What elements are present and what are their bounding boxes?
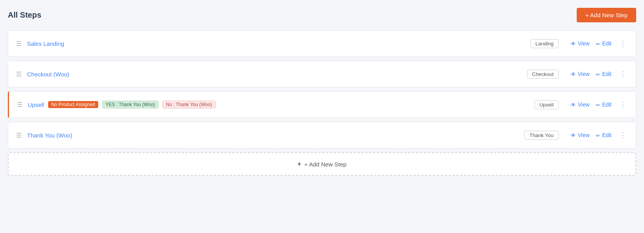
step-badge-step-3: Upsell — [534, 100, 559, 109]
more-options-button-step-1[interactable] — [618, 38, 628, 49]
page-title: All Steps — [8, 11, 41, 20]
drag-handle-icon[interactable] — [16, 132, 22, 139]
view-label: View — [578, 40, 590, 47]
edit-button-step-2[interactable]: Edit — [596, 71, 612, 78]
edit-button-step-3[interactable]: Edit — [596, 101, 612, 108]
view-button-step-3[interactable]: View — [570, 101, 590, 108]
step-name-step-1[interactable]: Sales Landing — [27, 40, 531, 47]
drag-handle-icon[interactable] — [16, 40, 22, 47]
step-row-step-4: Thank You (Woo) Thank You View Edit — [8, 122, 636, 148]
edit-icon — [596, 101, 600, 108]
step-actions-step-2: View Edit — [570, 69, 628, 79]
eye-icon — [570, 101, 576, 108]
eye-icon — [570, 40, 576, 47]
drag-handle-icon[interactable] — [16, 70, 22, 78]
view-button-step-4[interactable]: View — [570, 132, 590, 139]
add-step-bottom-label: + Add New Step — [304, 161, 347, 168]
edit-label: Edit — [602, 40, 612, 47]
view-button-step-2[interactable]: View — [570, 71, 590, 78]
view-label: View — [578, 71, 590, 77]
edit-label: Edit — [602, 101, 612, 108]
plus-icon — [297, 161, 301, 168]
step-row-step-2: Checkout (Woo) Checkout View Edit — [8, 61, 636, 87]
step-actions-step-1: View Edit — [570, 38, 628, 49]
steps-list: Sales Landing Landing View Edit Checkout… — [8, 30, 636, 148]
add-new-step-button-bottom[interactable]: + Add New Step — [8, 152, 636, 176]
step-tag: YES : Thank You (Woo) — [102, 101, 158, 108]
view-button-step-1[interactable]: View — [570, 40, 590, 47]
edit-icon — [596, 40, 600, 47]
more-options-button-step-3[interactable] — [618, 99, 628, 110]
edit-icon — [596, 132, 600, 139]
step-actions-step-4: View Edit — [570, 130, 628, 140]
step-badge-step-2: Checkout — [527, 70, 559, 79]
edit-button-step-4[interactable]: Edit — [596, 132, 612, 139]
step-actions-step-3: View Edit — [570, 99, 628, 110]
step-row-step-1: Sales Landing Landing View Edit — [8, 30, 636, 57]
edit-label: Edit — [602, 71, 612, 77]
eye-icon — [570, 132, 576, 139]
step-badge-step-4: Thank You — [524, 131, 558, 140]
drag-handle-icon[interactable] — [17, 101, 22, 108]
step-name-step-4[interactable]: Thank You (Woo) — [27, 132, 524, 139]
step-name-step-3[interactable]: Upsell No Product AssignedYES : Thank Yo… — [28, 101, 534, 108]
edit-label: Edit — [602, 132, 612, 138]
step-badge-step-1: Landing — [531, 39, 559, 48]
edit-button-step-1[interactable]: Edit — [596, 40, 612, 47]
step-tag: No Product Assigned — [48, 101, 98, 108]
more-options-button-step-2[interactable] — [618, 69, 628, 79]
step-tag: No : Thank You (Woo) — [162, 101, 216, 108]
view-label: View — [578, 132, 590, 138]
eye-icon — [570, 71, 576, 78]
step-name-step-2[interactable]: Checkout (Woo) — [27, 71, 527, 78]
add-new-step-button-top[interactable]: + Add New Step — [577, 8, 636, 22]
edit-icon — [596, 71, 600, 78]
view-label: View — [578, 101, 590, 108]
more-options-button-step-4[interactable] — [618, 130, 628, 140]
step-row-step-3: Upsell No Product AssignedYES : Thank Yo… — [8, 91, 636, 118]
